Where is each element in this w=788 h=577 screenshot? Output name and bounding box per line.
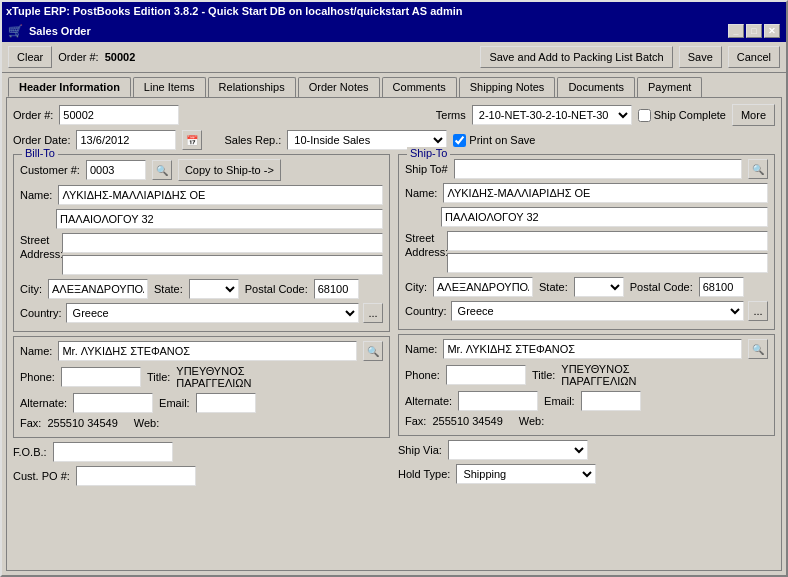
order-date-input[interactable] xyxy=(76,130,176,150)
bill-city-label: City: xyxy=(20,283,42,295)
cancel-button[interactable]: Cancel xyxy=(728,46,780,68)
bill-alt-label: Alternate: xyxy=(20,397,67,409)
ship-to-title: Ship-To xyxy=(407,147,450,159)
bill-name-input[interactable] xyxy=(58,185,383,205)
bill-postal-input[interactable] xyxy=(314,279,359,299)
bill-state-label: State: xyxy=(154,283,183,295)
ship-state-label: State: xyxy=(539,281,568,293)
ship-country-ellipsis[interactable]: ... xyxy=(748,301,768,321)
hold-type-select[interactable]: Shipping xyxy=(456,464,596,484)
ship-email-input[interactable] xyxy=(581,391,641,411)
ship-contact-search[interactable]: 🔍 xyxy=(748,339,768,359)
order-terms-row: Order #: Terms 2-10-NET-30-2-10-NET-30 S… xyxy=(13,104,775,126)
customer-label: Customer #: xyxy=(20,164,80,176)
tabs-bar: Header Information Line Items Relationsh… xyxy=(2,73,786,97)
clear-button[interactable]: Clear xyxy=(8,46,52,68)
bill-contact-name-input[interactable] xyxy=(58,341,357,361)
ship-street3-input[interactable] xyxy=(447,253,768,273)
dialog-title-bar: 🛒 Sales Order _ □ ✕ xyxy=(2,20,786,42)
ship-email-label: Email: xyxy=(544,395,575,407)
tab-payment[interactable]: Payment xyxy=(637,77,702,97)
tab-line-items[interactable]: Line Items xyxy=(133,77,206,97)
close-button[interactable]: ✕ xyxy=(764,24,780,38)
ship-contact-name-label: Name: xyxy=(405,343,437,355)
ship-fax-row: Fax: 255510 34549 Web: xyxy=(405,415,768,427)
ship-postal-label: Postal Code: xyxy=(630,281,693,293)
ship-alt-label: Alternate: xyxy=(405,395,452,407)
ship-street2-input[interactable] xyxy=(447,231,768,251)
ship-postal-input[interactable] xyxy=(699,277,744,297)
maximize-button[interactable]: □ xyxy=(746,24,762,38)
fob-label: F.O.B.: xyxy=(13,446,47,458)
tab-documents[interactable]: Documents xyxy=(557,77,635,97)
cust-po-label: Cust. PO #: xyxy=(13,470,70,482)
tab-header-information[interactable]: Header Information xyxy=(8,77,131,97)
bill-contact-search[interactable]: 🔍 xyxy=(363,341,383,361)
bill-state-select[interactable] xyxy=(189,279,239,299)
ship-alt-input[interactable] xyxy=(458,391,538,411)
ship-contact-name-row: Name: 🔍 xyxy=(405,339,768,359)
terms-select[interactable]: 2-10-NET-30-2-10-NET-30 xyxy=(472,105,632,125)
ship-complete-checkbox-label[interactable]: Ship Complete xyxy=(638,109,726,122)
customer-search-button[interactable]: 🔍 xyxy=(152,160,172,180)
bill-fax-label: Fax: xyxy=(20,417,41,429)
minimize-button[interactable]: _ xyxy=(728,24,744,38)
tab-comments[interactable]: Comments xyxy=(382,77,457,97)
order-number-input[interactable] xyxy=(59,105,179,125)
ship-name-row: Name: xyxy=(405,183,768,203)
ship-to-label: Ship To# xyxy=(405,163,448,175)
ship-state-select[interactable] xyxy=(574,277,624,297)
bill-name-row: Name: xyxy=(20,185,383,205)
bill-web-label: Web: xyxy=(134,417,159,429)
tab-order-notes[interactable]: Order Notes xyxy=(298,77,380,97)
ship-city-row: City: State: Postal Code: xyxy=(405,277,768,297)
tab-relationships[interactable]: Relationships xyxy=(208,77,296,97)
bill-ship-columns: Bill-To Customer #: 🔍 Copy to Ship-to ->… xyxy=(13,154,775,490)
ship-to-input[interactable] xyxy=(454,159,742,179)
bill-email-input[interactable] xyxy=(196,393,256,413)
order-field-label: Order #: xyxy=(13,109,53,121)
bill-alt-input[interactable] xyxy=(73,393,153,413)
bill-country-ellipsis[interactable]: ... xyxy=(363,303,383,323)
ship-city-label: City: xyxy=(405,281,427,293)
tab-shipping-notes[interactable]: Shipping Notes xyxy=(459,77,556,97)
bill-street2-input[interactable] xyxy=(62,233,383,253)
bill-title-value: ΥΠΕΥΘΥΝΟΣ ΠΑΡΑΓΓΕΛΙΩΝ xyxy=(176,365,251,389)
ship-to-search-button[interactable]: 🔍 xyxy=(748,159,768,179)
ship-complete-checkbox[interactable] xyxy=(638,109,651,122)
save-button[interactable]: Save xyxy=(679,46,722,68)
cust-po-input[interactable] xyxy=(76,466,196,486)
dialog-icon: 🛒 xyxy=(8,24,23,38)
ship-via-select[interactable] xyxy=(448,440,588,460)
bill-city-input[interactable] xyxy=(48,279,148,299)
customer-input[interactable] xyxy=(86,160,146,180)
ship-country-select[interactable]: Greece xyxy=(451,301,744,321)
bill-street1-input[interactable] xyxy=(56,209,383,229)
fob-input[interactable] xyxy=(53,442,173,462)
bill-phone-input[interactable] xyxy=(61,367,141,387)
bill-country-select[interactable]: Greece xyxy=(66,303,359,323)
bill-addr-label: StreetAddress: xyxy=(20,233,56,262)
copy-to-ship-button[interactable]: Copy to Ship-to -> xyxy=(178,159,281,181)
window-title-bar: xTuple ERP: PostBooks Edition 3.8.2 - Qu… xyxy=(2,2,786,20)
more-button[interactable]: More xyxy=(732,104,775,126)
ship-contact-name-input[interactable] xyxy=(443,339,742,359)
ship-to-column: Ship-To Ship To# 🔍 Name: Street xyxy=(398,154,775,490)
save-batch-button[interactable]: Save and Add to Packing List Batch xyxy=(480,46,672,68)
bill-contact-phone-row: Phone: Title: ΥΠΕΥΘΥΝΟΣ ΠΑΡΑΓΓΕΛΙΩΝ xyxy=(20,365,383,389)
bill-city-row: City: State: Postal Code: xyxy=(20,279,383,299)
bill-street3-input[interactable] xyxy=(62,255,383,275)
ship-name-input[interactable] xyxy=(443,183,768,203)
bill-phone-label: Phone: xyxy=(20,371,55,383)
ship-to-group: Ship-To Ship To# 🔍 Name: Street xyxy=(398,154,775,330)
ship-phone-input[interactable] xyxy=(446,365,526,385)
print-on-save-checkbox[interactable] xyxy=(453,134,466,147)
ship-street1-input[interactable] xyxy=(441,207,768,227)
ship-city-input[interactable] xyxy=(433,277,533,297)
bill-addr-row: StreetAddress: xyxy=(20,233,383,275)
bill-to-title: Bill-To xyxy=(22,147,58,159)
order-number-label: Order #: xyxy=(58,51,98,63)
ship-contact-phone-row: Phone: Title: ΥΠΕΥΘΥΝΟΣ ΠΑΡΑΓΓΕΛΙΩΝ xyxy=(405,363,768,387)
print-on-save-label[interactable]: Print on Save xyxy=(453,134,535,147)
calendar-button[interactable]: 📅 xyxy=(182,130,202,150)
